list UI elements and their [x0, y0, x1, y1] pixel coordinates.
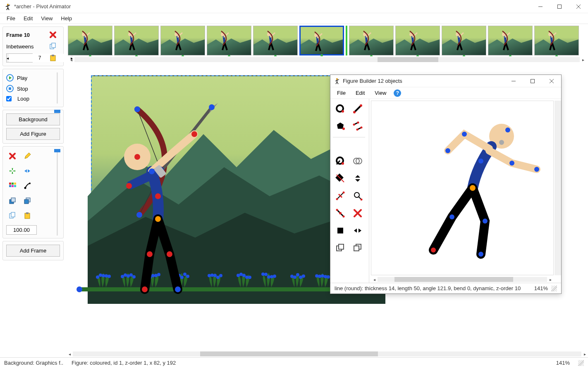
play-button[interactable]: Play	[6, 72, 60, 83]
inbetweens-label: Inbetweens	[6, 43, 48, 50]
fb-hscroll[interactable]: ◂ ▸	[371, 276, 554, 283]
fb-canvas[interactable]	[371, 101, 554, 275]
timeline-cursor[interactable]	[346, 26, 347, 55]
svg-marker-180	[337, 123, 344, 129]
center-figure-icon[interactable]	[6, 165, 19, 177]
menu-view[interactable]: View	[37, 14, 57, 23]
menu-file[interactable]: File	[2, 14, 19, 23]
svg-rect-21	[9, 185, 11, 187]
svg-point-113	[219, 274, 222, 277]
raise-icon[interactable]	[333, 241, 348, 255]
scale-slider[interactable]	[53, 149, 61, 236]
endcap-icon[interactable]	[333, 223, 348, 238]
menu-edit[interactable]: Edit	[19, 14, 37, 23]
svg-rect-18	[9, 183, 11, 185]
svg-rect-11	[52, 43, 55, 48]
add-joint-icon[interactable]	[333, 206, 348, 221]
fb-menu-file[interactable]: File	[333, 89, 350, 97]
canvas-scrollbar[interactable]: ◂ ▸	[66, 351, 588, 357]
scroll-left-icon[interactable]: ◂	[68, 58, 74, 62]
scale-input[interactable]	[6, 225, 37, 235]
lower-icon[interactable]	[350, 241, 365, 255]
scroll-right-icon[interactable]: ▸	[580, 58, 586, 62]
join-figure-icon[interactable]	[21, 180, 33, 192]
resize-grip-icon[interactable]	[551, 286, 557, 291]
add-polygon-tool-icon[interactable]	[333, 119, 348, 134]
fb-vscroll[interactable]	[555, 101, 561, 275]
svg-point-227	[478, 252, 483, 257]
inbetweens-input[interactable]	[9, 54, 71, 62]
svg-point-178	[353, 111, 356, 113]
timeline-frame[interactable]	[253, 26, 298, 55]
app-icon	[334, 78, 340, 84]
svg-rect-212	[339, 244, 344, 249]
svg-point-165	[336, 78, 338, 80]
close-button[interactable]	[569, 0, 588, 13]
timeline-frame[interactable]	[534, 26, 579, 55]
flip-figure-icon[interactable]	[21, 165, 33, 177]
add-line-tool-icon[interactable]	[350, 101, 365, 116]
speed-slider[interactable]	[53, 72, 61, 103]
add-frame-button[interactable]: Add Frame	[6, 245, 60, 257]
stop-button[interactable]: Stop	[6, 83, 60, 94]
inbetweens-spinner[interactable]: ◂ ▸	[6, 53, 33, 63]
zoom-icon[interactable]	[350, 188, 365, 203]
fb-menu-view[interactable]: View	[370, 89, 390, 97]
color-figure-icon[interactable]	[6, 180, 19, 192]
timeline-frame[interactable]	[68, 26, 112, 55]
paste-frame-icon[interactable]	[48, 53, 57, 63]
static-dynamic-icon[interactable]	[333, 171, 348, 186]
timeline: ◂ ▸	[66, 24, 588, 63]
timeline-frame[interactable]	[349, 26, 394, 55]
timeline-frame[interactable]	[442, 26, 486, 55]
lower-figure-icon[interactable]	[21, 195, 33, 207]
timeline-frame[interactable]	[299, 26, 344, 55]
copy-frame-icon[interactable]	[48, 42, 57, 51]
scroll-left-icon[interactable]: ◂	[371, 277, 378, 282]
svg-point-199	[336, 198, 338, 200]
loop-checkbox-input[interactable]	[6, 96, 12, 101]
menu-help[interactable]: Help	[57, 14, 76, 23]
figure-builder-dialog[interactable]: Figure Builder 12 objects File Edit View…	[330, 75, 562, 294]
timeline-frame[interactable]	[207, 26, 251, 55]
fb-menu-edit[interactable]: Edit	[351, 89, 369, 97]
background-button[interactable]: Background	[6, 113, 60, 125]
svg-point-133	[327, 275, 330, 279]
fb-minimize-button[interactable]	[504, 75, 523, 88]
duplicate-segment-icon[interactable]	[350, 119, 365, 134]
timeline-frame[interactable]	[488, 26, 533, 55]
split-segment-icon[interactable]	[333, 188, 348, 203]
add-figure-button[interactable]: Add Figure	[6, 128, 60, 140]
timeline-frame[interactable]	[114, 26, 159, 55]
paste-figure-icon[interactable]	[21, 209, 33, 222]
scroll-left-icon[interactable]: ◂	[66, 352, 73, 356]
maximize-button[interactable]	[550, 0, 569, 13]
svg-line-42	[132, 43, 134, 50]
fb-close-button[interactable]	[542, 75, 561, 88]
minimize-button[interactable]	[531, 0, 550, 13]
fb-maximize-button[interactable]	[523, 75, 542, 88]
svg-line-62	[318, 43, 320, 51]
loop-checkbox[interactable]: Loop	[6, 94, 60, 103]
resize-grip-icon[interactable]	[578, 360, 584, 366]
change-circle-fill-icon[interactable]	[350, 154, 365, 168]
fb-titlebar[interactable]: Figure Builder 12 objects	[330, 75, 561, 87]
scroll-right-icon[interactable]: ▸	[547, 277, 554, 282]
scroll-right-icon[interactable]: ▸	[581, 352, 588, 356]
delete-segment-icon[interactable]	[350, 206, 365, 221]
mirror-icon[interactable]	[350, 223, 365, 238]
toggle-segment-kind-icon[interactable]	[333, 154, 348, 168]
timeline-scrollbar[interactable]: ◂ ▸	[68, 56, 586, 63]
svg-point-222	[534, 167, 539, 172]
timeline-frame[interactable]	[160, 26, 205, 55]
delete-frame-icon[interactable]	[48, 30, 57, 39]
timeline-frame[interactable]	[395, 26, 440, 55]
copy-figure-icon[interactable]	[6, 209, 19, 222]
delete-figure-icon[interactable]	[6, 150, 19, 162]
edit-figure-icon[interactable]	[21, 150, 33, 162]
svg-point-103	[157, 273, 160, 276]
thickness-icon[interactable]	[350, 171, 365, 186]
raise-figure-icon[interactable]	[6, 195, 19, 207]
help-icon[interactable]: ?	[394, 89, 401, 97]
add-circle-tool-icon[interactable]	[333, 101, 348, 116]
